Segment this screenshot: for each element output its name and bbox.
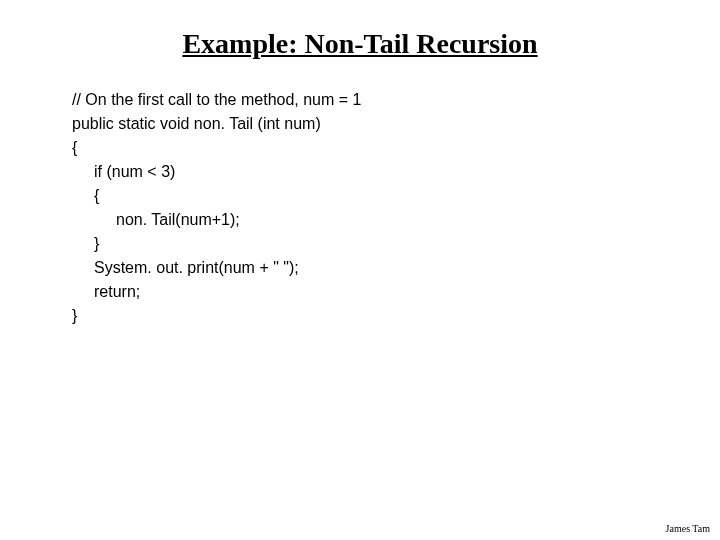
code-line: public static void non. Tail (int num): [72, 112, 720, 136]
code-line: }: [72, 232, 720, 256]
code-line: return;: [72, 280, 720, 304]
code-line: System. out. print(num + " ");: [72, 256, 720, 280]
code-line: {: [72, 184, 720, 208]
code-line: if (num < 3): [72, 160, 720, 184]
code-line: }: [72, 304, 720, 328]
footer-author: James Tam: [666, 523, 710, 534]
code-line: {: [72, 136, 720, 160]
code-block: // On the first call to the method, num …: [72, 88, 720, 328]
code-line: non. Tail(num+1);: [72, 208, 720, 232]
page-title: Example: Non-Tail Recursion: [0, 0, 720, 60]
code-line: // On the first call to the method, num …: [72, 88, 720, 112]
